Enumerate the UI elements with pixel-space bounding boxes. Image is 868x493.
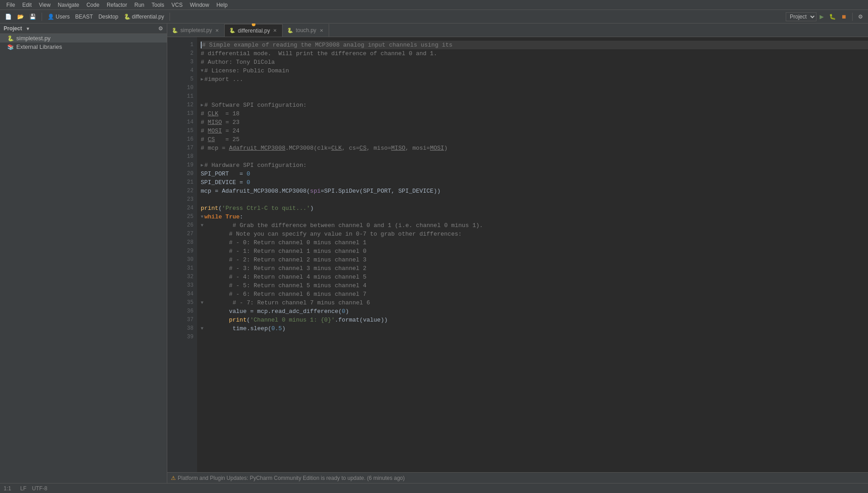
sidebar-item-external-libraries[interactable]: 📚 External Libraries xyxy=(0,43,167,51)
code-line-21: SPI_DEVICE = 0 xyxy=(201,178,868,187)
code-line-12: ▶# Software SPI configuration: xyxy=(201,101,868,109)
stop-button[interactable]: ⏹ xyxy=(839,13,849,21)
line-num-24: 24 xyxy=(176,204,193,213)
python-icon: 🐍 xyxy=(7,35,14,42)
menu-run[interactable]: Run xyxy=(131,2,148,8)
code-line-17: # mcp = Adafruit_MCP3008.MCP3008(clk=CLK… xyxy=(201,144,868,152)
modified-indicator xyxy=(252,24,255,26)
python-file-icon: 🐍 xyxy=(124,14,131,20)
sidebar-item-simpletest[interactable]: 🐍 simpletest.py xyxy=(0,34,167,43)
tab-differential[interactable]: 🐍 differential.py ✕ xyxy=(225,24,283,37)
code-line-4: ▼# License: Public Domain xyxy=(201,66,868,75)
line-15-content: # MOSI = 24 xyxy=(201,127,240,135)
line-num-1: 1 xyxy=(176,41,193,49)
line-16-content: # CS = 25 xyxy=(201,135,240,144)
line-5-content: #import ... xyxy=(204,75,243,84)
fold-icon-26[interactable]: ▼ xyxy=(201,221,203,230)
run-button[interactable]: ▶ xyxy=(817,13,826,21)
toolbar-file-btn[interactable]: 🐍 differential.py xyxy=(122,13,166,21)
code-line-14: # MISO = 23 xyxy=(201,118,868,127)
menu-view[interactable]: View xyxy=(35,2,54,8)
line-num-4: 4 xyxy=(176,66,193,75)
line-num-16: 16 xyxy=(176,135,193,144)
menu-help[interactable]: Help xyxy=(213,2,231,8)
fold-icon-4[interactable]: ▼ xyxy=(201,66,203,75)
line-num-29: 29 xyxy=(176,247,193,256)
toolbar-breadcrumb: 👤 Users BEAST Desktop 🐍 differential.py xyxy=(45,13,166,21)
line-35-content: # - 7: Return channel 7 minus channel 6 xyxy=(204,299,370,307)
line-num-28: 28 xyxy=(176,238,193,247)
status-lf[interactable]: LF xyxy=(20,485,27,492)
line-num-36: 36 xyxy=(176,307,193,316)
line-num-30: 30 xyxy=(176,256,193,264)
code-area[interactable]: # Simple example of reading the MCP3008 … xyxy=(197,37,868,472)
line-28-content: # - 0: Return channel 0 minus channel 1 xyxy=(201,238,367,247)
menu-vcs[interactable]: VCS xyxy=(168,2,186,8)
line-num-14: 14 xyxy=(176,118,193,127)
line-num-18: 18 xyxy=(176,152,193,161)
toolbar-save-btn[interactable]: 💾 xyxy=(27,13,38,21)
line-num-10: 10 xyxy=(176,84,193,92)
tab-differential-label: differential.py xyxy=(238,28,270,34)
line-37-content: print('Channel 0 minus 1: {0}'.format(va… xyxy=(201,316,388,324)
line-19-content: # Hardware SPI configuration: xyxy=(204,161,307,170)
sidebar-gear-icon[interactable]: ⚙ xyxy=(158,25,163,32)
line-num-26: 26 xyxy=(176,221,193,230)
line-num-22: 22 xyxy=(176,187,193,195)
line-num-13: 13 xyxy=(176,109,193,118)
settings-btn[interactable]: ⚙ xyxy=(856,13,865,21)
tab-simpletest-close[interactable]: ✕ xyxy=(214,28,220,33)
code-line-29: # - 1: Return channel 1 minus channel 0 xyxy=(201,247,868,256)
users-icon: 👤 xyxy=(47,14,54,20)
toolbar-users-btn[interactable]: 👤 Users xyxy=(45,13,72,21)
tab-touch[interactable]: 🐍 touch.py ✕ xyxy=(283,24,329,37)
code-line-19: ▶# Hardware SPI configuration: xyxy=(201,161,868,170)
project-selector[interactable]: Project xyxy=(786,12,816,21)
line-20-content: SPI_PORT = 0 xyxy=(201,170,250,178)
tab-simpletest[interactable]: 🐍 simpletest.py ✕ xyxy=(167,24,225,37)
line-34-content: # - 6: Return channel 6 minus channel 7 xyxy=(201,290,367,299)
menu-file[interactable]: File xyxy=(3,2,19,8)
toolbar-desktop-btn[interactable]: Desktop xyxy=(96,13,121,21)
line-33-content: # - 5: Return channel 5 minus channel 4 xyxy=(201,281,367,290)
code-line-27: # Note you can specify any value in 0-7 … xyxy=(201,230,868,238)
line-num-39: 39 xyxy=(176,333,193,341)
fold-icon-35[interactable]: ▼ xyxy=(201,299,203,307)
menu-code[interactable]: Code xyxy=(83,2,103,8)
fold-icon-25[interactable]: ▼ xyxy=(201,213,203,221)
menu-navigate[interactable]: Navigate xyxy=(54,2,83,8)
fold-icon-12[interactable]: ▶ xyxy=(201,101,203,109)
code-line-18 xyxy=(201,152,868,161)
toolbar-beast-btn[interactable]: BEAST xyxy=(73,13,95,21)
code-line-36: value = mcp.read_adc_difference(0) xyxy=(201,307,868,316)
tab-differential-close[interactable]: ✕ xyxy=(272,28,278,33)
menu-tools[interactable]: Tools xyxy=(148,2,168,8)
code-line-38: ▼ time.sleep(0.5) xyxy=(201,324,868,333)
line-21-content: SPI_DEVICE = 0 xyxy=(201,178,250,187)
warning-icon: ⚠ xyxy=(171,475,176,481)
menu-window[interactable]: Window xyxy=(186,2,213,8)
toolbar-new-btn[interactable]: 📄 xyxy=(3,13,14,21)
code-line-28: # - 0: Return channel 0 minus channel 1 xyxy=(201,238,868,247)
sidebar-dropdown-icon: ▼ xyxy=(26,26,30,31)
fold-icon-5[interactable]: ▶ xyxy=(201,75,203,84)
toolbar-open-btn[interactable]: 📂 xyxy=(15,13,26,21)
code-line-26: ▼ # Grab the difference between channel … xyxy=(201,221,868,230)
notification-text[interactable]: Platform and Plugin Updates: PyCharm Com… xyxy=(178,475,405,481)
fold-icon-38[interactable]: ▼ xyxy=(201,324,203,333)
debug-button[interactable]: 🐛 xyxy=(827,13,838,21)
line-25-content: while True: xyxy=(204,213,243,221)
line-num-32: 32 xyxy=(176,273,193,281)
line-31-content: # - 3: Return channel 3 minus channel 2 xyxy=(201,264,367,273)
menu-edit[interactable]: Edit xyxy=(19,2,35,8)
tab-touch-label: touch.py xyxy=(296,27,316,33)
status-encoding[interactable]: UTF-8 xyxy=(32,485,47,492)
code-line-24: print('Press Ctrl-C to quit...') xyxy=(201,204,868,213)
menu-refactor[interactable]: Refactor xyxy=(103,2,131,8)
line-32-content: # - 4: Return channel 4 minus channel 5 xyxy=(201,273,367,281)
fold-icon-19[interactable]: ▶ xyxy=(201,161,203,170)
toolbar-sep-2 xyxy=(170,13,170,21)
breadcrumb-file: differential.py xyxy=(132,14,164,20)
tab-touch-close[interactable]: ✕ xyxy=(319,28,324,33)
line-num-27: 27 xyxy=(176,230,193,238)
